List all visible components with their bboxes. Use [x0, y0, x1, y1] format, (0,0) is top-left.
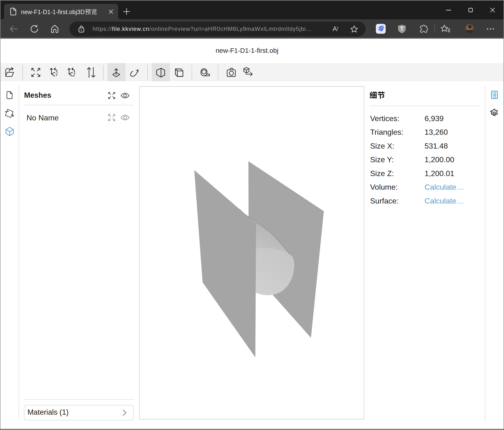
svg-text:Y: Y: [55, 73, 58, 77]
svg-text:Z: Z: [73, 73, 75, 77]
